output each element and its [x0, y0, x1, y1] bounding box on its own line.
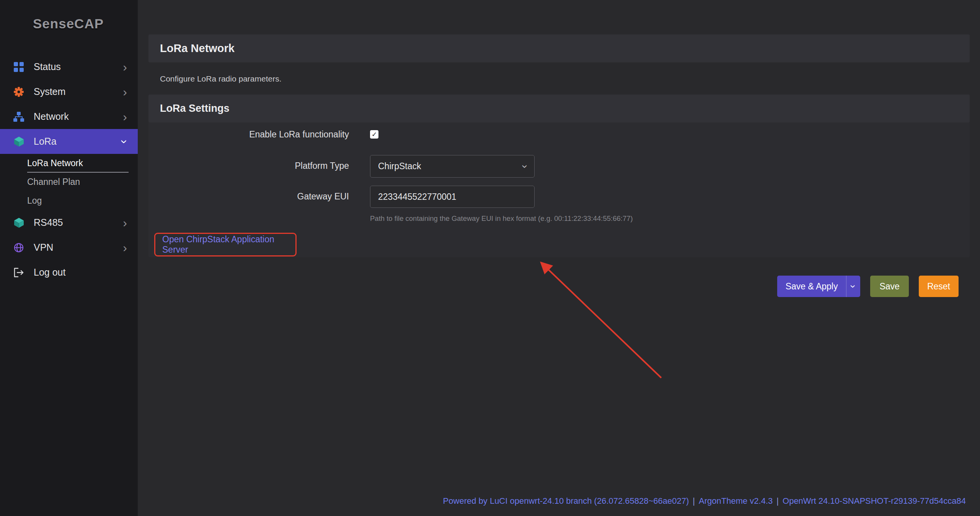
sidebar-item-label: Status [34, 61, 123, 72]
chevron-right-icon: › [123, 242, 127, 254]
sidebar-subitem-channel-plan[interactable]: Channel Plan [0, 173, 138, 191]
globe-icon [13, 242, 24, 253]
chevron-down-icon: › [119, 139, 131, 144]
sensecap-logo: SenseCAP [33, 16, 104, 31]
sidebar-item-system[interactable]: System › [0, 79, 138, 104]
footer: Powered by LuCI openwrt-24.10 branch (26… [443, 496, 966, 506]
sidebar-item-rs485[interactable]: RS485 › [0, 210, 138, 235]
sidebar-item-lora[interactable]: LoRa › [0, 129, 138, 154]
sidebar-item-label: RS485 [34, 217, 123, 228]
cube-icon [13, 217, 24, 229]
chevron-right-icon: › [123, 111, 127, 123]
chirpstack-server-link[interactable]: Open ChirpStack Application Server [162, 234, 295, 255]
page-header-bar: LoRa Network [148, 34, 970, 62]
footer-version-link[interactable]: OpenWrt 24.10-SNAPSHOT-r29139-77d54cca84 [783, 496, 966, 506]
submenu-item-label: Log [27, 196, 42, 206]
sidebar-item-logout[interactable]: Log out [0, 260, 138, 285]
submenu-item-label: LoRa Network [27, 158, 83, 168]
sidebar-item-label: System [34, 86, 123, 97]
reset-button[interactable]: Reset [919, 276, 959, 297]
lora-settings-panel: Enable LoRa functionality ✓ Platform Typ… [148, 122, 970, 257]
sidebar-item-label: Log out [34, 267, 127, 278]
sidebar-item-label: Network [34, 111, 123, 122]
sidebar-item-status[interactable]: Status › [0, 54, 138, 79]
chevron-right-icon: › [123, 217, 127, 229]
chevron-right-icon: › [123, 86, 127, 98]
sidebar-item-vpn[interactable]: VPN › [0, 235, 138, 260]
platform-type-label: Platform Type [148, 161, 349, 171]
network-sitemap-icon [13, 111, 24, 122]
gateway-eui-hint: Path to file containing the Gateway EUI … [370, 214, 633, 223]
page-subtitle: Configure LoRa radio parameters. [160, 74, 282, 83]
cube-icon [13, 136, 24, 147]
footer-separator: | [776, 496, 779, 506]
checkmark-icon: ✓ [372, 131, 377, 139]
sidebar-item-label: VPN [34, 242, 123, 253]
sidebar-item-label: LoRa [34, 136, 123, 147]
chevron-down-icon: › [848, 285, 858, 288]
section-title: LoRa Settings [160, 103, 230, 114]
lora-submenu: LoRa Network Channel Plan Log [0, 154, 138, 210]
gateway-eui-input[interactable] [370, 186, 535, 208]
save-apply-dropdown-button[interactable]: › [846, 276, 860, 297]
sidebar-nav: Status › System › Network › LoRa › [0, 54, 138, 285]
enable-lora-checkbox[interactable]: ✓ [370, 130, 378, 139]
enable-lora-label: Enable LoRa functionality [148, 129, 349, 140]
gateway-eui-label: Gateway EUI [148, 191, 349, 202]
submenu-item-label: Channel Plan [27, 177, 80, 187]
action-buttons: Save & Apply › Save Reset [777, 276, 959, 297]
annotation-arrow [505, 249, 696, 402]
footer-theme-link[interactable]: ArgonTheme v2.4.3 [699, 496, 773, 506]
gear-icon [13, 86, 24, 98]
page-title: LoRa Network [160, 42, 235, 55]
chevron-right-icon: › [123, 61, 127, 73]
dashboard-grid-icon [13, 61, 24, 73]
save-apply-group: Save & Apply › [777, 276, 861, 297]
sidebar: SenseCAP Status › System › Network › [0, 0, 138, 516]
footer-powered-link[interactable]: Powered by LuCI openwrt-24.10 branch (26… [443, 496, 689, 506]
logout-icon [13, 267, 24, 278]
chevron-down-icon: › [519, 165, 530, 168]
sidebar-subitem-log[interactable]: Log [0, 191, 138, 210]
save-button[interactable]: Save [870, 276, 908, 297]
footer-separator: | [693, 496, 695, 506]
platform-type-value: ChirpStack [378, 161, 421, 171]
sidebar-subitem-lora-network[interactable]: LoRa Network [0, 154, 138, 173]
save-apply-button[interactable]: Save & Apply [777, 276, 846, 297]
sidebar-item-network[interactable]: Network › [0, 104, 138, 129]
section-header-bar: LoRa Settings [148, 95, 970, 122]
annotation-box: Open ChirpStack Application Server [154, 233, 297, 256]
main-content: LoRa Network Configure LoRa radio parame… [138, 0, 980, 516]
platform-type-select[interactable]: ChirpStack › [370, 155, 535, 178]
